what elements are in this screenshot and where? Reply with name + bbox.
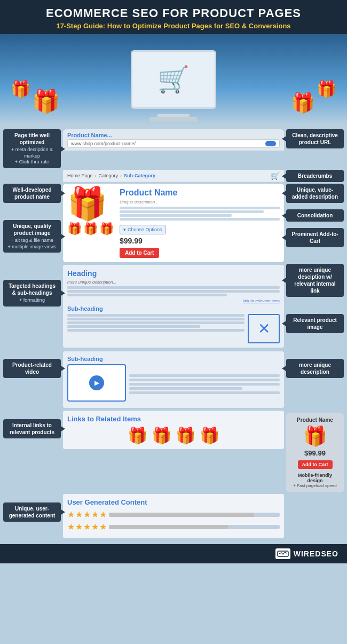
product-name-annotation: Well-developed product name — [3, 184, 61, 203]
add-to-cart-annotation: Prominent Add-to-Cart — [286, 228, 344, 247]
logo-icon — [275, 548, 290, 559]
choose-options[interactable]: ▾ Choose Options — [120, 225, 166, 234]
internal-link[interactable]: link to relevant item — [67, 299, 280, 303]
page-header: ECOMMERCE SEO FOR PRODUCT PAGES 17-Step … — [0, 0, 347, 34]
subheading2: Sub-heading — [67, 356, 280, 362]
video-annotation: Product-related video — [3, 359, 61, 378]
video-player[interactable]: ▶ — [67, 364, 126, 402]
ugc-heading: User Generated Content — [67, 498, 280, 506]
related-items-row: 🎁 🎁 🎁 🎁 — [67, 426, 280, 445]
video-section: Sub-heading ▶ — [63, 351, 284, 408]
product-image-annotation: Unique, quality product image + alt tag … — [3, 220, 61, 253]
product-gift-row: 🎁 🎁 🎁 — [67, 222, 114, 236]
headings-annotation: Targeted headings & sub-headings + forma… — [3, 280, 61, 307]
ugc-annotation: Unique, user-generated content — [3, 502, 61, 522]
stars-2: ★★★★★ — [67, 522, 107, 532]
main-subtitle: 17-Step Guide: How to Optimize Product P… — [5, 22, 342, 30]
related-item-3[interactable]: 🎁 — [176, 426, 195, 445]
breadcrumb-cart-icon: 🛒 — [271, 171, 280, 180]
rating-row-2: ★★★★★ — [67, 522, 280, 532]
mobile-price: $99.99 — [290, 449, 340, 457]
hero-gift-right1: 🎁 — [291, 92, 315, 114]
related-item-1[interactable]: 🎁 — [128, 426, 147, 445]
mobile-sub: + Fast pageload speed — [290, 483, 340, 488]
url-toggle — [265, 141, 276, 146]
hero-gift-left1: 🎁 — [32, 88, 60, 114]
cart-icon: 🛒 — [157, 65, 190, 95]
breadcrumb-annotation: Breadcrumbs — [286, 170, 344, 182]
product-price: $99.99 — [120, 237, 280, 245]
more-desc-text: more unique description... — [67, 280, 280, 285]
monitor-display: 🛒 — [131, 50, 216, 109]
main-title: ECOMMERCE SEO FOR PRODUCT PAGES — [5, 6, 342, 20]
related-item-2[interactable]: 🎁 — [152, 426, 171, 445]
more-desc-annotation: more unique description — [286, 359, 344, 378]
product-gift-icon: 🎁 — [67, 188, 107, 220]
sub-image: ✕ — [248, 314, 280, 343]
hero-gift-left2: 🎁 — [11, 80, 30, 98]
subheading1: Sub-heading — [67, 305, 280, 312]
unique-desc-annotation: more unique desciption w/ relevant inter… — [286, 264, 344, 297]
rating-row-1: ★★★★★ — [67, 509, 280, 520]
mobile-gift-icon: 🎁 — [290, 425, 340, 447]
stars-1: ★★★★★ — [67, 509, 107, 520]
consolidation-annotation: Consolidation — [286, 209, 344, 222]
internal-links-annotation: Internal links to relevant products — [3, 419, 61, 438]
url-annotation: Clean, descriptive product URL — [286, 129, 344, 148]
heading-section: Heading more unique description... link … — [63, 265, 284, 348]
links-heading: Links to Related Items — [67, 415, 280, 423]
mobile-label: Mobile-friendly design — [290, 473, 340, 483]
product-detail-card: 🎁 🎁 🎁 🎁 Product Name Unique description.… — [63, 184, 284, 262]
mobile-add-cart[interactable]: Add to Cart — [298, 460, 333, 469]
product-info: Product Name Unique description... ▾ Cho… — [120, 188, 280, 258]
add-to-cart-button[interactable]: Add to Cart — [120, 248, 159, 258]
mobile-card: Product Name 🎁 $99.99 Add to Cart Mobile… — [286, 413, 344, 492]
page-title-annotation: Page title well optimized + meta decript… — [3, 129, 61, 168]
product-title-bar: Product Name... — [67, 132, 280, 138]
hero-gift-right2: 🎁 — [317, 80, 336, 98]
product-name: Product Name — [120, 188, 280, 198]
main-area: Page title well optimized + meta decript… — [0, 125, 347, 544]
hero-section: 🎁 🎁 🛒 🎁 🎁 — [0, 34, 347, 125]
links-section: Links to Related Items 🎁 🎁 🎁 🎁 — [63, 411, 284, 449]
play-button[interactable]: ▶ — [89, 375, 104, 390]
breadcrumb-bar: Home Page › Category › Sub-Category 🛒 — [63, 170, 284, 182]
description-lines: Unique description... — [120, 200, 280, 221]
brand-logo: WIREDSEO — [275, 548, 338, 559]
relevant-image-annotation: Relevant product image — [286, 314, 344, 333]
description-annotation: Unique, value-added description — [286, 184, 344, 203]
mobile-card-title: Product Name — [290, 417, 340, 423]
ugc-section: User Generated Content ★★★★★ ★★★★★ — [63, 494, 284, 538]
url-bar: www.shop.com/product-name/ — [67, 139, 280, 148]
page-footer: WIREDSEO — [0, 544, 347, 563]
related-item-4[interactable]: 🎁 — [200, 426, 219, 445]
section-heading: Heading — [67, 269, 280, 278]
